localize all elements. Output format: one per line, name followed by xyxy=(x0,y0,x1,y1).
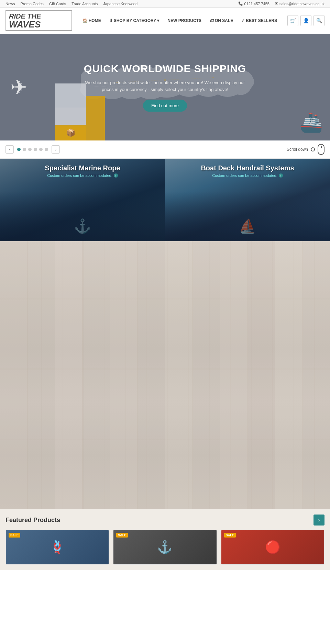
info-icon-2: i xyxy=(279,173,283,178)
check-icon: ✓ xyxy=(241,18,245,23)
banner-title: QUICK WORLDWIDE SHIPPING xyxy=(79,63,251,75)
logo-text-ride: RIDE THE xyxy=(9,12,41,20)
dot-5[interactable] xyxy=(39,148,43,151)
banner-subtitle: We ship our products world wide - no mat… xyxy=(79,79,251,93)
mouse-scroll-indicator xyxy=(321,146,322,148)
scroll-down-label: Scroll down xyxy=(287,147,308,152)
featured-header: Featured Products › xyxy=(6,515,324,526)
slider-controls: ‹ › Scroll down xyxy=(0,140,330,159)
marine-rope-subtitle: Custom orders can be accommodated. i xyxy=(0,173,165,178)
sale-badge-1: SALE xyxy=(9,533,20,538)
category-section: ⚓ Specialist Marine Rope Custom orders c… xyxy=(0,159,330,241)
cart-button[interactable]: 🛒 xyxy=(287,15,298,26)
nav-best-sellers[interactable]: ✓ BEST SELLERS xyxy=(238,16,280,25)
topbar-news[interactable]: News xyxy=(6,2,15,6)
top-bar-contact: 📞 0121 457 7455 ✉ sales@ridethewaves.co.… xyxy=(238,1,324,6)
handrail-title: Boat Deck Handrail Systems xyxy=(165,164,330,172)
wood-section xyxy=(0,241,330,509)
topbar-trade[interactable]: Trade Accounts xyxy=(72,2,98,6)
top-bar-links: News Promo Codes Gift Cards Trade Accoun… xyxy=(6,2,138,6)
product-image-1: 🪢 xyxy=(6,530,109,564)
site-header: RIDE THE WAVES 🏠 HOME ⬇ SHOP BY CATEGORY… xyxy=(0,8,330,34)
nav-new-products[interactable]: NEW PRODUCTS xyxy=(164,16,205,25)
scroll-down: Scroll down xyxy=(287,144,324,155)
slider-prev-button[interactable]: ‹ xyxy=(6,145,14,154)
nav-on-sale[interactable]: 🏷 ON SALE xyxy=(206,16,236,25)
sale-badge-2: SALE xyxy=(116,533,128,538)
nav-home[interactable]: 🏠 HOME xyxy=(79,16,104,25)
hero-banner: ✈ 🚢 📦 QUICK WORLDWIDE SHIPPING We ship o… xyxy=(0,34,330,140)
handrail-subtitle: Custom orders can be accommodated. i xyxy=(165,173,330,178)
main-nav: 🏠 HOME ⬇ SHOP BY CATEGORY ▾ NEW PRODUCTS… xyxy=(79,16,280,25)
dot-4[interactable] xyxy=(34,148,37,151)
sale-badge-3: SALE xyxy=(224,533,236,538)
find-out-more-button[interactable]: Find out more xyxy=(143,100,187,112)
email-info: ✉ sales@ridethewaves.co.uk xyxy=(275,1,324,6)
phone-info: 📞 0121 457 7455 xyxy=(238,1,270,6)
nav-shop-category[interactable]: ⬇ SHOP BY CATEGORY ▾ xyxy=(106,16,163,25)
product-card-2[interactable]: ⚓ SALE xyxy=(113,530,217,565)
sale-icon: 🏷 xyxy=(210,18,214,23)
phone-icon: 📞 xyxy=(238,1,243,6)
banner-content: QUICK WORLDWIDE SHIPPING We ship our pro… xyxy=(79,63,251,112)
email-icon: ✉ xyxy=(275,1,278,6)
site-logo[interactable]: RIDE THE WAVES xyxy=(6,10,72,31)
top-bar: News Promo Codes Gift Cards Trade Accoun… xyxy=(0,0,330,8)
chevron-down-icon: ▾ xyxy=(157,18,159,23)
product-image-3: 🔴 xyxy=(221,530,324,564)
marine-rope-title: Specialist Marine Rope xyxy=(0,164,165,172)
shop-icon: ⬇ xyxy=(109,18,113,23)
circle-icon xyxy=(311,147,315,151)
topbar-knotweed[interactable]: Japanese Knotweed xyxy=(103,2,138,6)
mouse-icon xyxy=(318,144,324,155)
product-image-2: ⚓ xyxy=(113,530,216,564)
account-button[interactable]: 👤 xyxy=(300,15,311,26)
dot-2[interactable] xyxy=(23,148,26,151)
anchor-icon: ⚓ xyxy=(157,540,173,554)
phone-number: 0121 457 7455 xyxy=(244,2,270,6)
home-icon: 🏠 xyxy=(82,18,88,23)
dot-3[interactable] xyxy=(28,148,32,151)
header-icons: 🛒 👤 🔍 xyxy=(287,15,324,26)
marine-rope-panel[interactable]: ⚓ Specialist Marine Rope Custom orders c… xyxy=(0,159,165,241)
topbar-gift[interactable]: Gift Cards xyxy=(49,2,66,6)
dot-1[interactable] xyxy=(17,148,21,151)
product-card-1[interactable]: 🪢 SALE xyxy=(6,530,109,565)
featured-next-button[interactable]: › xyxy=(314,515,324,526)
search-button[interactable]: 🔍 xyxy=(314,15,324,26)
category-content-2: Boat Deck Handrail Systems Custom orders… xyxy=(165,164,330,178)
product-cards: 🪢 SALE ⚓ SALE 🔴 SALE xyxy=(6,530,324,565)
rope-icon: 🪢 xyxy=(50,540,65,554)
plane-icon: ✈ xyxy=(10,75,28,99)
topbar-promo[interactable]: Promo Codes xyxy=(21,2,44,6)
logo-text-waves: WAVES xyxy=(9,19,41,30)
slider-dots xyxy=(17,148,48,151)
email-address: sales@ridethewaves.co.uk xyxy=(279,2,324,6)
featured-title: Featured Products xyxy=(6,517,60,524)
product-card-3[interactable]: 🔴 SALE xyxy=(221,530,324,565)
category-content-1: Specialist Marine Rope Custom orders can… xyxy=(0,164,165,178)
life-ring-icon: 🔴 xyxy=(265,540,280,554)
slider-next-button[interactable]: › xyxy=(52,145,60,154)
ship-icon: 🚢 xyxy=(299,111,323,134)
info-icon-1: i xyxy=(114,173,118,178)
featured-products-section: Featured Products › 🪢 SALE ⚓ SALE 🔴 SALE xyxy=(0,509,330,570)
handrail-panel[interactable]: ⛵ Boat Deck Handrail Systems Custom orde… xyxy=(165,159,330,241)
dot-6[interactable] xyxy=(45,148,48,151)
